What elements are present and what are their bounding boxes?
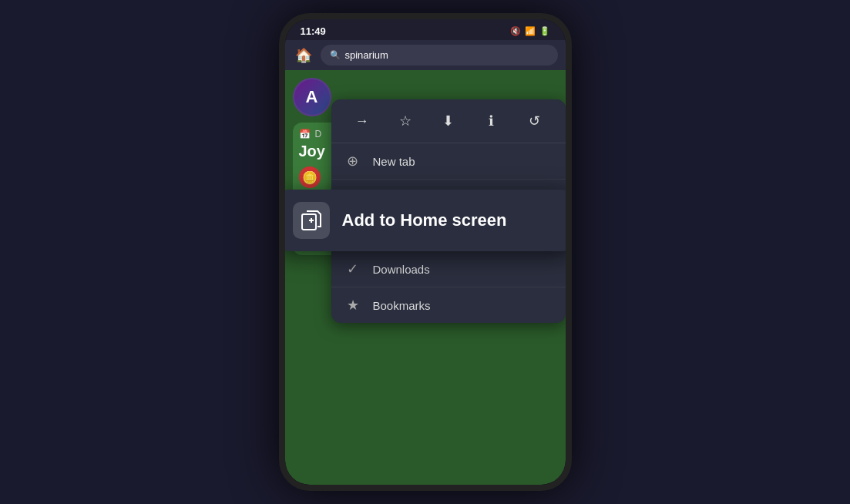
wifi-icon: 📶 <box>525 26 536 36</box>
url-bar[interactable]: 🔍 spinarium <box>321 45 558 66</box>
promo-card: 📅 D Joy 🪙 $ 100 00 Ends in 08D 1 <box>293 123 558 255</box>
timer-days: 08D <box>299 237 324 249</box>
casino-logo: A <box>293 78 331 116</box>
mute-icon: 🔇 <box>510 26 521 36</box>
phone-screen: 11:49 🔇 📶 🔋 🏠 🔍 spinarium <box>285 19 566 485</box>
content-area: A 📅 D Joy 🪙 $ 100 00 E <box>285 70 566 485</box>
page-background: A 📅 D Joy 🪙 $ 100 00 E <box>285 70 566 485</box>
timer-badges: 08D 15H 10M <box>299 237 552 249</box>
promo-calendar: 📅 D <box>299 129 552 139</box>
bonus-chip: 🪙 <box>299 166 321 188</box>
status-icons: 🔇 📶 🔋 <box>510 26 550 36</box>
browser-toolbar: 🏠 🔍 spinarium <box>285 40 566 70</box>
search-icon: 🔍 <box>330 50 341 60</box>
timer-minutes: 10M <box>354 237 380 249</box>
home-icon[interactable]: 🏠 <box>293 47 314 64</box>
status-bar: 11:49 🔇 📶 🔋 <box>285 19 566 40</box>
phone-frame: 11:49 🔇 📶 🔋 🏠 🔍 spinarium <box>279 13 572 491</box>
promo-title: Joy <box>299 143 552 160</box>
calendar-icon: 📅 <box>299 129 311 139</box>
timer-hours: 15H <box>327 237 351 249</box>
status-time: 11:49 <box>301 25 326 37</box>
bonus-amount: $ 100 00 <box>299 193 368 218</box>
calendar-label: D <box>315 129 322 139</box>
ends-label: Ends in <box>299 224 552 234</box>
url-text: spinarium <box>345 49 388 61</box>
battery-icon: 🔋 <box>539 26 550 36</box>
